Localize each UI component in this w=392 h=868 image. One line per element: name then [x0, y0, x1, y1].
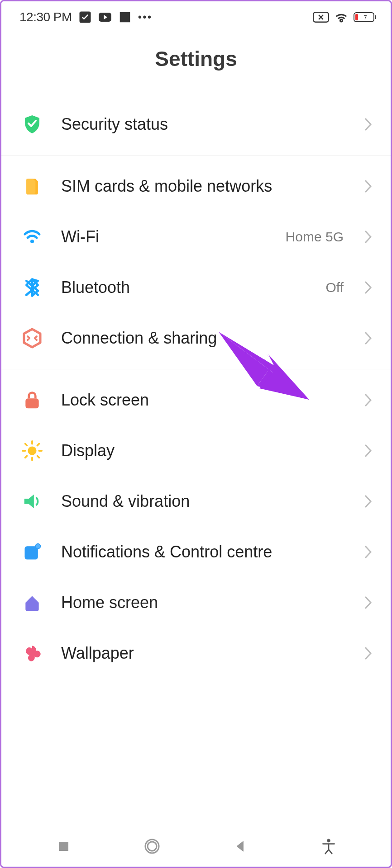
recent-apps-button[interactable]	[50, 833, 77, 860]
svg-line-14	[25, 444, 27, 446]
chevron-right-icon	[363, 330, 373, 346]
status-bar-left: 12:30 PM •••	[19, 10, 152, 24]
row-security-status[interactable]: Security status	[1, 99, 391, 150]
chevron-right-icon	[363, 179, 373, 194]
chevron-right-icon	[363, 280, 373, 295]
bluetooth-icon	[19, 275, 45, 300]
settings-group-0: Security status	[1, 94, 391, 156]
sun-icon	[19, 438, 45, 463]
speaker-icon	[19, 489, 45, 514]
lock-icon	[19, 387, 45, 413]
svg-point-9	[28, 446, 36, 455]
row-wallpaper[interactable]: Wallpaper	[1, 628, 391, 679]
svg-point-24	[327, 839, 330, 842]
row-label: Notifications & Control centre	[61, 542, 347, 561]
row-label: Bluetooth	[61, 278, 310, 297]
settings-group-1: SIM cards & mobile networks Wi-Fi Home 5…	[1, 156, 391, 369]
settings-group-2: Lock screen Display Sound & vibration	[1, 369, 391, 684]
svg-rect-8	[25, 398, 38, 408]
row-connection-sharing[interactable]: Connection & sharing	[1, 313, 391, 363]
row-label: SIM cards & mobile networks	[61, 177, 347, 196]
wifi-status-icon	[335, 10, 348, 24]
row-label: Sound & vibration	[61, 492, 347, 511]
share-hex-icon	[19, 326, 45, 351]
svg-line-17	[25, 456, 27, 458]
flower-icon	[19, 641, 45, 666]
sim-missing-icon	[313, 10, 329, 24]
row-display[interactable]: Display	[1, 425, 391, 476]
row-label: Connection & sharing	[61, 329, 347, 348]
battery-text: 7	[363, 14, 367, 21]
row-label: Home screen	[61, 593, 347, 612]
chevron-right-icon	[363, 646, 373, 661]
shield-check-icon	[19, 112, 45, 137]
notification-square-icon	[19, 539, 45, 565]
status-clock: 12:30 PM	[19, 10, 72, 24]
svg-rect-21	[59, 842, 68, 850]
svg-rect-5	[375, 15, 376, 19]
youtube-icon	[98, 10, 112, 24]
row-value: Home 5G	[286, 229, 344, 245]
sim-card-icon	[19, 174, 45, 199]
home-button[interactable]	[139, 833, 166, 860]
chevron-right-icon	[363, 494, 373, 509]
row-lock-screen[interactable]: Lock screen	[1, 375, 391, 425]
chevron-right-icon	[363, 443, 373, 458]
svg-rect-6	[355, 14, 358, 20]
row-label: Wi-Fi	[61, 227, 269, 246]
row-sim-cards[interactable]: SIM cards & mobile networks	[1, 161, 391, 212]
chevron-right-icon	[363, 544, 373, 560]
row-sound-vibration[interactable]: Sound & vibration	[1, 476, 391, 527]
svg-rect-2	[120, 12, 130, 23]
row-home-screen[interactable]: Home screen	[1, 577, 391, 628]
row-value: Off	[326, 280, 344, 295]
back-button[interactable]	[227, 833, 254, 860]
svg-line-16	[38, 444, 39, 446]
home-icon	[19, 590, 45, 615]
chevron-right-icon	[363, 229, 373, 245]
page-title: Settings	[1, 47, 391, 71]
svg-point-20	[36, 544, 40, 548]
row-label: Display	[61, 441, 347, 460]
system-nav-bar	[1, 826, 391, 867]
status-bar: 12:30 PM •••	[1, 1, 391, 33]
row-label: Lock screen	[61, 391, 347, 410]
accessibility-button[interactable]	[315, 833, 342, 860]
row-bluetooth[interactable]: Bluetooth Off	[1, 262, 391, 313]
chevron-right-icon	[363, 595, 373, 610]
chevron-right-icon	[363, 392, 373, 408]
settings-list: Security status SIM cards & mobile netwo…	[1, 94, 391, 826]
app-frame: 12:30 PM •••	[0, 0, 392, 868]
more-dots-icon: •••	[138, 11, 152, 24]
status-bar-right: 7	[313, 10, 377, 24]
row-notifications[interactable]: Notifications & Control centre	[1, 527, 391, 577]
row-wifi[interactable]: Wi-Fi Home 5G	[1, 212, 391, 262]
sync-icon	[78, 10, 92, 24]
row-label: Wallpaper	[61, 644, 347, 663]
svg-line-15	[38, 456, 39, 458]
wifi-icon	[19, 224, 45, 250]
row-label: Security status	[61, 115, 347, 134]
square-icon	[118, 10, 132, 24]
battery-low-icon: 7	[354, 10, 377, 24]
chevron-right-icon	[363, 117, 373, 132]
svg-point-23	[148, 842, 157, 851]
